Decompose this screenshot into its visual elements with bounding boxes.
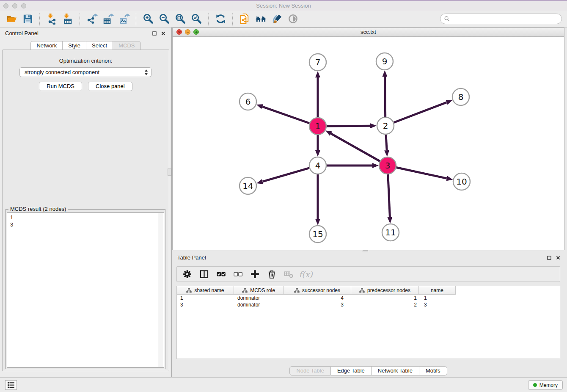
tab-mcds[interactable]: MCDS (113, 41, 140, 50)
float-panel-icon[interactable] (152, 31, 157, 36)
select-all-button[interactable] (214, 268, 228, 281)
graph-node-label: 11 (385, 227, 396, 237)
graph-node-3[interactable]: 3 (379, 157, 396, 174)
column-header-MCDS-role[interactable]: MCDS role (234, 286, 284, 295)
export-image-button[interactable] (116, 12, 132, 26)
table-row[interactable]: 1dominator411 (177, 295, 560, 301)
maximize-traffic-light[interactable] (21, 3, 26, 8)
export-table-button[interactable] (100, 12, 116, 26)
graph-edge-2-3[interactable] (386, 135, 387, 150)
tab-node-table[interactable]: Node Table (289, 366, 331, 375)
graph-edge-1-6[interactable] (262, 107, 309, 123)
graph-edge-4-14[interactable] (263, 168, 309, 182)
network-minimize-icon[interactable] (185, 29, 190, 35)
shared-column-icon (186, 288, 192, 293)
table-cell[interactable]: 1 (351, 295, 419, 301)
tab-network-table[interactable]: Network Table (372, 366, 419, 375)
column-header-shared-name[interactable]: shared name (177, 286, 234, 295)
columns-button[interactable] (197, 268, 212, 281)
graph-edge-2-8[interactable] (394, 102, 447, 123)
refresh-button[interactable] (212, 12, 228, 26)
tab-edge-table[interactable]: Edge Table (331, 366, 372, 375)
graph-edge-3-10[interactable] (396, 168, 447, 179)
graph-node-1[interactable]: 1 (309, 118, 326, 135)
criterion-select[interactable]: strongly connected component (19, 67, 151, 77)
save-button[interactable] (19, 12, 36, 26)
task-history-button[interactable] (5, 380, 17, 390)
mcds-result-textarea[interactable]: 1 3 (7, 213, 164, 368)
graph-edge-3-11[interactable] (388, 174, 390, 217)
column-header-successor-nodes[interactable]: successor nodes (284, 286, 351, 295)
zoom-out-icon (159, 13, 170, 25)
table-cell[interactable]: dominator (234, 295, 284, 301)
table-cell[interactable]: 2 (351, 302, 419, 308)
search-input[interactable] (452, 16, 558, 22)
float-table-panel-icon[interactable] (547, 255, 551, 260)
close-panel-icon[interactable] (161, 31, 165, 36)
control-panel: Control Panel NetworkStyleSelectMCDS Opt… (0, 28, 172, 377)
graph-node-2[interactable]: 2 (377, 117, 394, 134)
table-row[interactable]: 3dominator323 (177, 301, 560, 308)
run-mcds-button[interactable]: Run MCDS (39, 82, 82, 91)
network-maximize-icon[interactable] (193, 29, 199, 35)
zoom-fit-button[interactable] (172, 12, 188, 26)
graph-node-10[interactable]: 10 (453, 173, 470, 190)
clone-network-button[interactable] (237, 12, 253, 26)
network-canvas[interactable]: 7968124314101511 (172, 37, 564, 250)
result-scrollbar[interactable] (158, 213, 163, 367)
tab-motifs[interactable]: Motifs (419, 366, 447, 375)
table-cell[interactable]: 3 (177, 302, 234, 308)
tab-select[interactable]: Select (86, 41, 113, 50)
home-button[interactable] (253, 12, 269, 26)
graph-edge-1-2[interactable] (327, 126, 370, 126)
import-network-button[interactable] (44, 12, 60, 26)
network-window-titlebar[interactable]: scc.txt (172, 28, 564, 37)
import-network-icon (46, 13, 58, 25)
minimize-traffic-light[interactable] (12, 3, 17, 8)
table-cell[interactable]: 3 (419, 302, 456, 308)
export-network-button[interactable] (84, 12, 100, 26)
table-cell[interactable]: 1 (177, 295, 234, 301)
table-cell[interactable]: 1 (419, 295, 456, 301)
zoom-selected-button[interactable] (188, 12, 204, 26)
zoom-selected-icon (191, 13, 202, 25)
style-paint-button[interactable] (269, 12, 285, 26)
vertical-splitter-handle[interactable] (168, 168, 171, 176)
zoom-out-button[interactable] (156, 12, 172, 26)
column-header-name[interactable]: name (419, 286, 456, 295)
toolbar-separator (232, 13, 233, 25)
deselect-all-button[interactable] (231, 268, 245, 281)
graph-node-label: 14 (242, 181, 253, 191)
table-cell[interactable]: dominator (234, 302, 284, 308)
gear-button[interactable] (180, 268, 195, 281)
graph-edge-3-1[interactable] (331, 134, 380, 161)
graph-node-15[interactable]: 15 (309, 226, 326, 243)
close-panel-button[interactable]: Close panel (88, 82, 132, 91)
memory-button[interactable]: Memory (528, 380, 563, 390)
tab-network[interactable]: Network (30, 41, 63, 50)
graph-node-9[interactable]: 9 (376, 53, 393, 70)
zoom-in-button[interactable] (140, 12, 156, 26)
graph-node-11[interactable]: 11 (382, 224, 399, 241)
memory-label: Memory (539, 382, 558, 388)
graph-node-6[interactable]: 6 (239, 93, 256, 110)
import-table-button[interactable] (60, 12, 76, 26)
search-box[interactable] (440, 14, 562, 24)
tab-style[interactable]: Style (62, 41, 86, 50)
open-folder-button[interactable] (3, 12, 19, 26)
network-close-icon[interactable] (176, 29, 182, 35)
delete-button[interactable] (264, 268, 279, 281)
graph-node-8[interactable]: 8 (452, 88, 469, 105)
select-all-icon (216, 269, 226, 279)
column-header-predecessor-nodes[interactable]: predecessor nodes (351, 286, 419, 295)
table-cell[interactable]: 3 (284, 302, 351, 308)
graph-node-14[interactable]: 14 (239, 177, 256, 194)
close-table-panel-icon[interactable] (556, 255, 560, 260)
graph-node-label: 9 (382, 56, 388, 66)
graph-node-4[interactable]: 4 (309, 157, 326, 174)
close-traffic-light[interactable] (3, 3, 8, 8)
graph-node-7[interactable]: 7 (309, 54, 326, 71)
add-button[interactable] (248, 268, 262, 281)
table-cell[interactable]: 4 (284, 295, 351, 301)
graph-edge-2-9[interactable] (385, 77, 385, 117)
